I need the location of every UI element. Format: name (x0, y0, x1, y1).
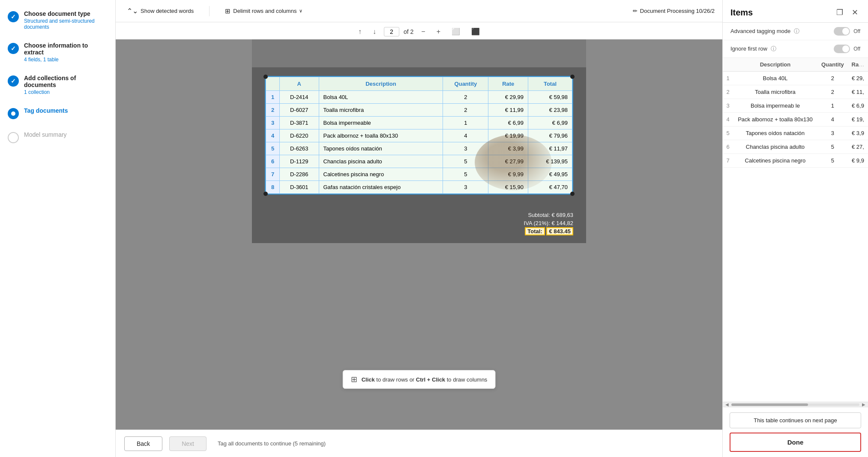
item-qty-5: 3 (817, 126, 848, 140)
cell-rate-2: € 11,99 (488, 104, 528, 117)
delimit-rows-columns-button[interactable]: ⊞ Delimit rows and columns ∨ (221, 6, 306, 17)
advanced-tagging-info-icon: ⓘ (794, 28, 799, 34)
page-up-button[interactable]: ↑ (355, 26, 365, 37)
cell-total-8: € 47,70 (528, 181, 572, 194)
cell-rate-5: € 3,99 (488, 142, 528, 155)
cell-desc-5: Tapones oídos natación (319, 142, 443, 155)
sidebar-item-model-summary[interactable]: Model summary (8, 131, 108, 143)
item-qty-7: 5 (817, 154, 848, 168)
scroll-right-arrow[interactable]: ▶ (861, 402, 866, 407)
ignore-first-row-switch[interactable] (834, 45, 850, 53)
item-qty-4: 4 (817, 113, 848, 126)
sidebar-item-add-collections[interactable]: ✓ Add collections of documents 1 collect… (8, 75, 108, 95)
list-item: 3 Bolsa impermeab le 1 € 6,9 (723, 99, 868, 113)
back-button[interactable]: Back (124, 436, 162, 451)
chevron-down-icon: ∨ (299, 8, 302, 14)
sidebar-item-choose-info[interactable]: ✓ Choose information to extract 4 fields… (8, 42, 108, 63)
page-navigation: ↑ ↓ of 2 − + ⬜ ⬛ (116, 22, 722, 39)
fit-width-button[interactable]: ⬜ (448, 26, 464, 37)
ignore-first-row-label: Ignore first row ⓘ (730, 45, 776, 53)
checkmark-icon-1: ✓ (11, 13, 16, 20)
bottom-navigation: Back Next Tag all documents to continue … (116, 430, 722, 457)
list-item: 2 Toalla microfibra 2 € 11, (723, 85, 868, 99)
sidebar-item-choose-doc-type[interactable]: ✓ Choose document type Structured and se… (8, 10, 108, 30)
advanced-tagging-state: Off (853, 28, 860, 34)
col-header-total: Total (528, 77, 572, 91)
advanced-tagging-toggle[interactable]: Off (834, 27, 860, 36)
item-rate-3: € 6,9 (848, 99, 868, 113)
cell-desc-3: Bolsa impermeable (319, 117, 443, 129)
handle-bottom-left[interactable] (263, 192, 268, 196)
items-col-rate: Ra… (848, 58, 868, 72)
zoom-in-button[interactable]: + (433, 26, 444, 37)
cell-id-7: D-2286 (280, 168, 319, 181)
done-button[interactable]: Done (730, 433, 861, 452)
table-row: 2 D-6027 Toalla microfibra 2 € 11,99 € 2… (266, 104, 572, 117)
cell-qty-1: 2 (443, 91, 488, 104)
col-header-rate: Rate (488, 77, 528, 91)
row-num-1: 1 (266, 91, 280, 104)
doc-footer: Subtotal: € 689,63 IVA (21%): € 144,82 T… (252, 207, 586, 243)
row-num-4: 4 (266, 129, 280, 142)
subtotal-label: Subtotal: (528, 212, 550, 218)
cell-qty-7: 5 (443, 168, 488, 181)
cell-total-5: € 11,97 (528, 142, 572, 155)
table-row: 8 D-3601 Gafas natación cristales espejo… (266, 181, 572, 194)
cell-desc-1: Bolsa 40L (319, 91, 443, 104)
main-area: ⌃⌄ Show detected words ⊞ Delimit rows an… (116, 0, 722, 457)
scroll-left-arrow[interactable]: ◀ (724, 402, 730, 407)
panel-header: Items ❐ ✕ (723, 0, 868, 23)
cell-rate-1: € 29,99 (488, 91, 528, 104)
col-header-description: Description (319, 77, 443, 91)
item-rate-7: € 9,9 (848, 154, 868, 168)
items-col-quantity: Quantity (817, 58, 848, 72)
item-idx-4: 4 (723, 113, 733, 126)
close-button[interactable]: ✕ (850, 7, 860, 18)
list-item: 7 Calcetines piscina negro 5 € 9,9 (723, 154, 868, 168)
cell-id-4: D-6220 (280, 129, 319, 142)
table-row: 5 D-6263 Tapones oídos natación 3 € 3,99… (266, 142, 572, 155)
document-area: A Description Quantity Rate Total 1 D-24… (116, 39, 722, 430)
restore-button[interactable]: ❐ (834, 7, 845, 18)
item-rate-5: € 3,9 (848, 126, 868, 140)
page-down-button[interactable]: ↓ (369, 26, 380, 37)
advanced-tagging-label: Advanced tagging mode ⓘ (730, 27, 799, 35)
handle-bottom-right[interactable] (570, 192, 575, 196)
cell-desc-4: Pack albornoz + toalla 80x130 (319, 129, 443, 142)
col-header-a: A (280, 77, 319, 91)
advanced-tagging-switch[interactable] (834, 27, 850, 36)
col-header-quantity: Quantity (443, 77, 488, 91)
table-row: 3 D-3871 Bolsa impermeable 1 € 6,99 € 6,… (266, 117, 572, 129)
scroll-track[interactable] (731, 403, 859, 406)
step-label-4: Tag documents (24, 107, 68, 114)
step-circle-3: ✓ (8, 75, 19, 87)
horizontal-scrollbar[interactable]: ◀ ▶ (723, 402, 868, 407)
scroll-thumb[interactable] (731, 403, 808, 406)
invoice-table-wrapper[interactable]: A Description Quantity Rate Total 1 D-24… (265, 76, 573, 195)
step-label-5: Model summary (24, 131, 67, 138)
ignore-first-row-toggle[interactable]: Off (834, 45, 860, 53)
zoom-out-button[interactable]: − (418, 26, 428, 37)
table-continues-button[interactable]: This table continues on next page (730, 412, 861, 428)
row-num-2: 2 (266, 104, 280, 117)
cell-rate-4: € 19,99 (488, 129, 528, 142)
grid-icon: ⊞ (225, 7, 230, 15)
advanced-tagging-row: Advanced tagging mode ⓘ Off (723, 23, 868, 40)
fit-page-button[interactable]: ⬛ (468, 26, 483, 37)
page-number-input[interactable] (384, 27, 399, 36)
cell-desc-7: Calcetines piscina negro (319, 168, 443, 181)
cell-qty-3: 1 (443, 117, 488, 129)
row-num-5: 5 (266, 142, 280, 155)
item-desc-5: Tapones oídos natación (733, 126, 817, 140)
handle-top-left[interactable] (263, 75, 268, 79)
cell-id-1: D-2414 (280, 91, 319, 104)
show-detected-words-button[interactable]: ⌃⌄ Show detected words (123, 5, 197, 17)
sidebar-item-tag-documents[interactable]: Tag documents (8, 107, 108, 119)
pencil-icon: ✏ (633, 8, 638, 14)
handle-top-right[interactable] (570, 75, 575, 79)
doc-header-strip (252, 39, 586, 67)
row-num-8: 8 (266, 181, 280, 194)
doc-table-area: A Description Quantity Rate Total 1 D-24… (252, 67, 586, 207)
next-button[interactable]: Next (169, 436, 207, 451)
item-idx-5: 5 (723, 126, 733, 140)
